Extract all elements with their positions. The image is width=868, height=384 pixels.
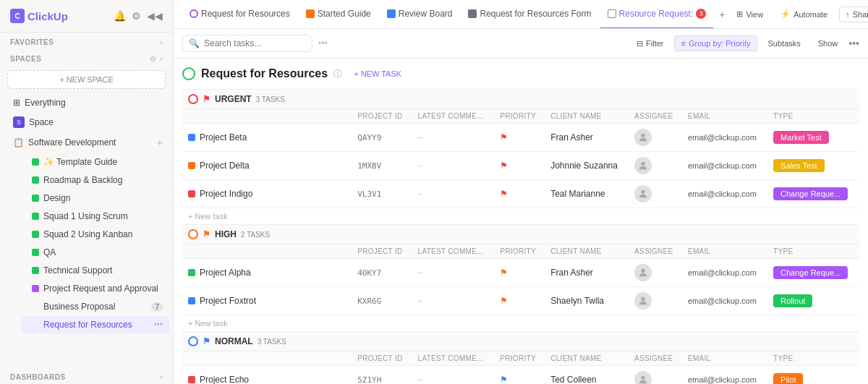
client-name: Johnnie Suzanna <box>550 161 618 171</box>
add-tab-icon[interactable]: + <box>715 9 729 20</box>
client-name: Ted Colleen <box>550 375 596 384</box>
sidebar-item-squad1[interactable]: Squad 1 Using Scrum <box>22 208 170 225</box>
type-badge: Sales Test <box>773 159 825 172</box>
col-assignee: ASSIGNEE <box>629 109 682 124</box>
table-row[interactable]: Project Delta 1MXBV – ⚑ Johnnie Suzanna … <box>182 152 859 180</box>
search-input[interactable] <box>204 38 306 48</box>
table-row[interactable]: Project Indigo VL3V1 – ⚑ Teal Marianne e… <box>182 180 859 208</box>
toolbar-more-icon[interactable]: ••• <box>848 38 859 49</box>
task-name: Project Indigo <box>200 189 252 199</box>
project-id: VL3V1 <box>357 189 381 199</box>
tab-label: Resource Request: <box>619 9 694 19</box>
email: email@clickup.com <box>688 375 757 384</box>
settings-icon[interactable]: ⚙ <box>132 10 141 22</box>
project-id: 5Z1YH <box>357 375 381 384</box>
item-dot <box>32 267 39 274</box>
table-row[interactable]: Project Alpha 4OKY7 – ⚑ Fran Asher email… <box>182 259 859 287</box>
search-box[interactable]: 🔍 <box>182 35 312 52</box>
col-client-name: CLIENT NAME <box>545 109 629 124</box>
automate-icon: ⚡ <box>780 9 791 19</box>
svg-point-3 <box>641 269 644 273</box>
logo[interactable]: C ClickUp <box>10 9 68 23</box>
sidebar-item-software-dev[interactable]: 📋 Software Development + <box>3 133 170 152</box>
filter-button[interactable]: ⊟ Filter <box>630 35 670 52</box>
latest-comment: – <box>418 296 423 306</box>
task-name: Project Delta <box>200 161 250 171</box>
new-space-button[interactable]: + NEW SPACE <box>7 70 166 89</box>
sidebar-item-template-guide[interactable]: ✨ Template Guide <box>22 153 170 171</box>
client-name: Teal Marianne <box>550 189 605 199</box>
spaces-search-icon[interactable]: ⊙ <box>150 55 156 63</box>
group-expand-icon[interactable] <box>188 94 198 104</box>
col-assignee: ASSIGNEE <box>629 351 682 366</box>
sidebar-item-roadmap[interactable]: Roadmap & Backlog <box>22 171 170 189</box>
group-normal: ⚑ NORMAL 3 TASKS PROJECT ID LATEST COMME… <box>182 332 859 385</box>
email: email@clickup.com <box>688 296 757 305</box>
tab-label: Request for Resources Form <box>480 9 591 19</box>
tab-started-guide[interactable]: Started Guide <box>299 0 378 29</box>
tab-request-form[interactable]: Request for Resources Form <box>461 0 598 29</box>
new-task-button[interactable]: + NEW TASK <box>348 67 407 80</box>
collapse-icon[interactable]: ◀◀ <box>147 10 163 22</box>
project-id: QAYY9 <box>357 133 381 142</box>
group-urgent: ⚑ URGENT 3 TASKS PROJECT ID LATEST COMME… <box>182 90 859 225</box>
table-row[interactable]: Project Foxtrot KXR6G – ⚑ Shaelyn Twila … <box>182 287 859 315</box>
priority-flag: ⚑ <box>500 296 508 306</box>
page-info-icon[interactable]: ⓘ <box>333 68 342 80</box>
table-row[interactable]: Project Beta QAYY9 – ⚑ Fran Asher email@… <box>182 124 859 152</box>
col-latest-comment: LATEST COMME... <box>412 109 495 124</box>
table-row[interactable]: Project Echo 5Z1YH – ⚑ Ted Colleen email… <box>182 366 859 385</box>
svg-point-5 <box>641 376 644 380</box>
show-button[interactable]: Show <box>812 35 845 51</box>
tab-icon <box>190 9 198 18</box>
priority-flag: ⚑ <box>500 161 508 171</box>
sidebar-item-everything[interactable]: ⊞ Everything <box>3 94 170 111</box>
dashboards-expand-icon[interactable]: › <box>160 373 163 381</box>
sidebar-item-design[interactable]: Design <box>22 189 170 207</box>
sidebar-item-qa[interactable]: QA <box>22 244 170 261</box>
item-dot <box>32 321 39 328</box>
col-latest-comment: LATEST COMME... <box>412 244 495 259</box>
share-button[interactable]: ↑ Share <box>839 7 868 22</box>
task-dot <box>188 190 195 197</box>
sidebar-item-technical-support[interactable]: Technical Support <box>22 262 170 279</box>
new-task-link[interactable]: + New task <box>188 212 228 221</box>
email: email@clickup.com <box>688 268 757 277</box>
email: email@clickup.com <box>688 161 757 170</box>
item-dot <box>32 213 39 220</box>
task-dot <box>188 376 195 383</box>
tab-label: Started Guide <box>318 9 371 19</box>
automate-button[interactable]: ⚡ Automate <box>775 7 833 22</box>
new-task-link[interactable]: + New task <box>188 319 228 328</box>
item-more-icon[interactable]: ••• <box>153 320 163 330</box>
type-badge: Change Reque... <box>773 187 848 200</box>
notification-icon[interactable]: 🔔 <box>114 10 126 22</box>
group-by-button[interactable]: ≡ Group by: Priority <box>674 35 757 51</box>
sidebar-item-business-proposal[interactable]: Business Proposal 7 <box>22 298 170 315</box>
favorites-expand-icon[interactable]: › <box>160 38 163 46</box>
tab-resource-request[interactable]: Resource Request: 3 <box>600 0 714 29</box>
spaces-expand-icon[interactable]: › <box>160 55 163 63</box>
main-content: Request for Resources Started Guide Revi… <box>174 0 868 384</box>
subtasks-button[interactable]: Subtasks <box>762 35 807 51</box>
tab-request-resources[interactable]: Request for Resources <box>182 0 297 29</box>
col-email: EMAIL <box>682 244 767 259</box>
item-dot <box>32 176 39 184</box>
filter-icon: ⊟ <box>637 39 643 48</box>
sidebar-item-space[interactable]: S Space <box>3 113 170 132</box>
col-client-name: CLIENT NAME <box>545 244 629 259</box>
view-button[interactable]: ⊞ View <box>731 7 769 22</box>
priority-flag: ⚑ <box>500 268 508 278</box>
group-high: ⚑ HIGH 2 TASKS PROJECT ID LATEST COMME..… <box>182 225 859 332</box>
task-table: ⚑ URGENT 3 TASKS PROJECT ID LATEST COMME… <box>182 89 859 384</box>
sidebar-item-project-request[interactable]: Project Request and Approval <box>22 280 170 297</box>
more-options-icon[interactable]: ••• <box>318 38 328 48</box>
sidebar-item-label: Project Request and Approval <box>43 283 163 294</box>
group-expand-icon[interactable] <box>188 229 198 239</box>
tab-review-board[interactable]: Review Board <box>380 0 460 29</box>
sidebar-item-request-for-resources[interactable]: Request for Resources ••• <box>22 316 170 333</box>
sidebar-item-squad2[interactable]: Squad 2 Using Kanban <box>22 226 170 243</box>
group-expand-icon[interactable] <box>188 336 198 346</box>
task-name: Project Alpha <box>200 268 251 278</box>
add-icon[interactable]: + <box>157 137 163 148</box>
